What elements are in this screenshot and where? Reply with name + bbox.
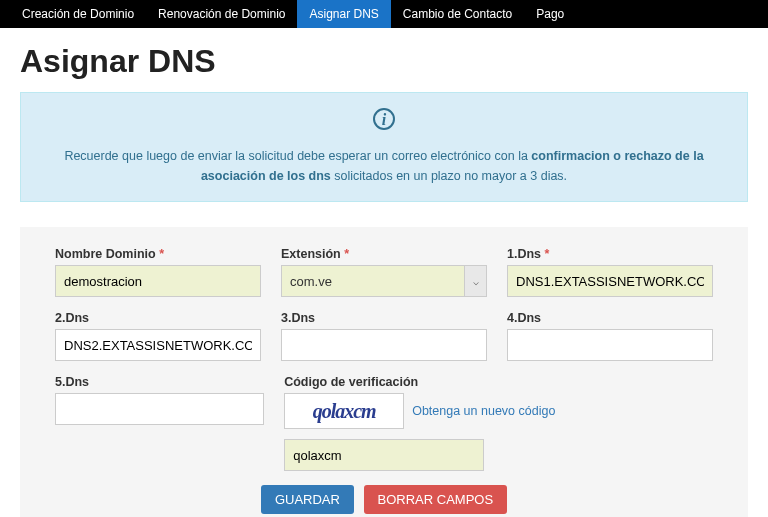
top-nav: Creación de Dominio Renovación de Domini… <box>0 0 768 28</box>
chevron-down-icon: ⌵ <box>464 266 486 296</box>
alert-text-after: solicitados en un plazo no mayor a 3 dia… <box>331 169 567 183</box>
dns1-input[interactable] <box>507 265 713 297</box>
clear-button[interactable]: BORRAR CAMPOS <box>364 485 508 514</box>
captcha-label: Código de verificación <box>284 375 713 389</box>
captcha-refresh-link[interactable]: Obtenga un nuevo código <box>412 404 555 418</box>
dns4-label: 4.Dns <box>507 311 713 325</box>
dns5-input[interactable] <box>55 393 264 425</box>
save-button[interactable]: GUARDAR <box>261 485 354 514</box>
captcha-input[interactable] <box>284 439 484 471</box>
nav-renovacion[interactable]: Renovación de Dominio <box>146 0 297 28</box>
dns4-input[interactable] <box>507 329 713 361</box>
dns5-label: 5.Dns <box>55 375 264 389</box>
captcha-image: qolaxcm <box>284 393 404 429</box>
nav-asignar-dns[interactable]: Asignar DNS <box>297 0 390 28</box>
dns2-input[interactable] <box>55 329 261 361</box>
domain-input[interactable] <box>55 265 261 297</box>
ext-value: com.ve <box>290 274 332 289</box>
ext-select[interactable]: com.ve ⌵ <box>281 265 487 297</box>
dns1-label: 1.Dns * <box>507 247 713 261</box>
dns3-input[interactable] <box>281 329 487 361</box>
domain-label: Nombre Dominio * <box>55 247 261 261</box>
page-title: Asignar DNS <box>20 43 748 80</box>
ext-label: Extensión * <box>281 247 487 261</box>
info-alert: i Recuerde que luego de enviar la solici… <box>20 92 748 202</box>
info-icon: i <box>373 108 395 130</box>
dns3-label: 3.Dns <box>281 311 487 325</box>
form-section: Nombre Dominio * Extensión * com.ve ⌵ 1.… <box>20 227 748 517</box>
nav-pago[interactable]: Pago <box>524 0 576 28</box>
nav-creacion[interactable]: Creación de Dominio <box>10 0 146 28</box>
alert-text-before: Recuerde que luego de enviar la solicitu… <box>64 149 531 163</box>
dns2-label: 2.Dns <box>55 311 261 325</box>
nav-cambio-contacto[interactable]: Cambio de Contacto <box>391 0 524 28</box>
